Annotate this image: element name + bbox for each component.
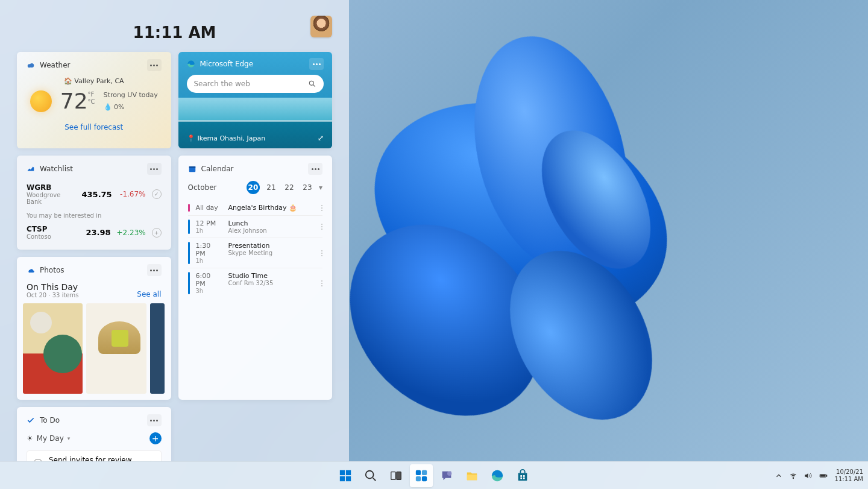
photo-thumbnail[interactable] bbox=[150, 303, 165, 394]
stock-row[interactable]: CTSPContoso23.98+2.23%+ bbox=[27, 222, 162, 242]
see-forecast-link[interactable]: See full forecast bbox=[27, 123, 162, 131]
edge-search-input[interactable]: Search the web bbox=[187, 75, 324, 93]
svg-rect-7 bbox=[346, 470, 351, 475]
weather-widget[interactable]: Weather 🏠 Valley Park, CA 72°F°C Strong … bbox=[17, 52, 171, 148]
svg-rect-18 bbox=[467, 475, 477, 480]
calendar-more-button[interactable] bbox=[308, 163, 322, 175]
calendar-day[interactable]: 23 bbox=[301, 181, 314, 194]
taskbar-search[interactable] bbox=[359, 464, 382, 487]
svg-rect-8 bbox=[340, 476, 345, 481]
taskbar-explorer[interactable] bbox=[461, 464, 483, 487]
calendar-event[interactable]: 6:00 PM3hStudio TimeConf Rm 32/35 bbox=[188, 268, 323, 298]
svg-rect-12 bbox=[397, 472, 401, 479]
pin-stock-button[interactable]: + bbox=[152, 228, 162, 238]
photos-widget[interactable]: Photos On This Day Oct 20 · 33 items See… bbox=[17, 257, 171, 400]
edge-icon bbox=[187, 60, 195, 68]
svg-rect-20 bbox=[518, 473, 527, 481]
chevron-down-icon[interactable]: ▾ bbox=[68, 435, 71, 441]
wifi-icon[interactable] bbox=[789, 472, 797, 480]
weather-icon bbox=[27, 61, 35, 69]
calendar-icon bbox=[188, 165, 197, 173]
taskbar-widgets[interactable] bbox=[410, 464, 433, 487]
todo-icon bbox=[27, 416, 35, 424]
edge-caption: 📍 Ikema Ohashi, Japan bbox=[187, 134, 266, 142]
svg-rect-14 bbox=[422, 470, 427, 475]
pin-stock-button[interactable]: ✓ bbox=[152, 189, 162, 199]
calendar-event[interactable]: 12 PM1hLunchAlex Johnson bbox=[188, 215, 323, 238]
watchlist-widget[interactable]: Watchlist WGRBWoodgrove Bank435.75-1.67%… bbox=[17, 156, 171, 250]
chevron-down-icon[interactable]: ▾ bbox=[319, 183, 322, 192]
taskbar-clock[interactable]: 10/20/2111:11 AM bbox=[835, 468, 863, 483]
watchlist-more-button[interactable] bbox=[147, 163, 162, 175]
onedrive-icon bbox=[27, 266, 35, 274]
svg-point-10 bbox=[366, 470, 374, 478]
svg-point-3 bbox=[309, 81, 313, 85]
svg-point-25 bbox=[793, 478, 793, 478]
stock-row[interactable]: WGRBWoodgrove Bank435.75-1.67%✓ bbox=[27, 181, 162, 207]
svg-rect-11 bbox=[391, 472, 395, 479]
taskbar-task-view[interactable] bbox=[385, 464, 407, 487]
taskbar-chat[interactable] bbox=[435, 464, 458, 487]
taskbar-store[interactable] bbox=[511, 464, 534, 487]
taskbar-start[interactable] bbox=[334, 464, 357, 487]
svg-rect-5 bbox=[189, 166, 195, 168]
svg-rect-28 bbox=[826, 475, 826, 476]
svg-rect-16 bbox=[422, 476, 427, 481]
weather-location: 🏠 Valley Park, CA bbox=[27, 77, 162, 85]
edge-more-button[interactable] bbox=[309, 58, 324, 70]
user-avatar[interactable] bbox=[310, 16, 332, 37]
sun-icon bbox=[30, 90, 52, 112]
photo-thumbnail[interactable] bbox=[23, 303, 83, 394]
svg-rect-22 bbox=[523, 475, 525, 477]
panel-clock: 11:11 AM bbox=[133, 24, 216, 42]
calendar-day[interactable]: 21 bbox=[265, 181, 278, 194]
chevron-up-icon[interactable] bbox=[775, 472, 783, 480]
svg-rect-9 bbox=[346, 476, 351, 481]
svg-point-17 bbox=[447, 471, 451, 475]
expand-icon[interactable]: ⤢ bbox=[318, 134, 324, 142]
calendar-event[interactable]: All dayAngela's Birthday 🎂 bbox=[188, 200, 323, 215]
svg-rect-13 bbox=[416, 470, 421, 475]
svg-rect-21 bbox=[520, 475, 522, 477]
volume-icon[interactable] bbox=[804, 472, 812, 480]
taskbar-edge[interactable] bbox=[486, 464, 509, 487]
calendar-widget[interactable]: Calendar October20212223▾ All dayAngela'… bbox=[178, 156, 333, 400]
edge-image: 📍 Ikema Ohashi, Japan ⤢ bbox=[178, 98, 333, 148]
widgets-panel: 11:11 AM Weather 🏠 Valley Park, CA 72°F°… bbox=[0, 0, 349, 461]
battery-icon[interactable] bbox=[818, 472, 829, 480]
system-tray[interactable]: 10/20/2111:11 AM bbox=[775, 468, 863, 483]
calendar-event[interactable]: 1:30 PM1hPresentationSkype Meeting bbox=[188, 238, 323, 268]
svg-rect-23 bbox=[520, 477, 522, 479]
photos-see-all-link[interactable]: See all bbox=[137, 290, 161, 298]
svg-rect-15 bbox=[416, 476, 421, 481]
svg-rect-6 bbox=[340, 470, 345, 475]
photos-more-button[interactable] bbox=[147, 264, 162, 276]
svg-point-1 bbox=[30, 63, 34, 68]
photo-thumbnail[interactable] bbox=[86, 303, 146, 394]
task-item[interactable]: Send invites for reviewQ4 planning☆ bbox=[27, 450, 162, 461]
add-task-button[interactable]: + bbox=[149, 432, 162, 444]
weather-more-button[interactable] bbox=[147, 59, 162, 71]
taskbar: 10/20/2111:11 AM bbox=[0, 461, 868, 489]
svg-rect-27 bbox=[820, 475, 825, 476]
todo-widget[interactable]: To Do ☀ My Day ▾ + Send invites for revi… bbox=[17, 407, 171, 461]
stocks-icon bbox=[27, 165, 35, 173]
search-icon bbox=[308, 80, 316, 88]
calendar-day[interactable]: 20 bbox=[247, 181, 260, 194]
svg-rect-24 bbox=[523, 477, 525, 479]
todo-more-button[interactable] bbox=[147, 414, 162, 426]
calendar-day[interactable]: 22 bbox=[283, 181, 296, 194]
myday-icon: ☀ bbox=[27, 434, 33, 443]
desktop-wallpaper bbox=[280, 4, 762, 486]
edge-widget[interactable]: Microsoft Edge Search the web 📍 Ikema Oh… bbox=[178, 52, 333, 148]
